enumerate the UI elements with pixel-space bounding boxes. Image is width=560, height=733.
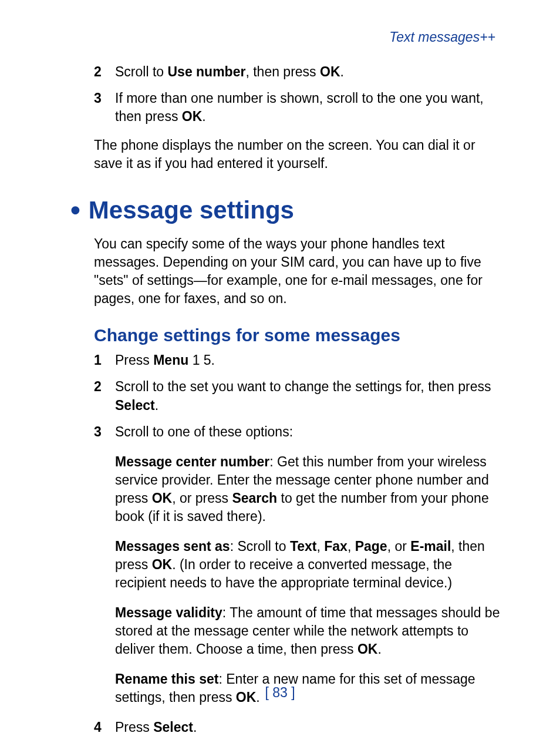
bold-run: Text: [290, 539, 317, 554]
bold-run: Page: [355, 539, 387, 554]
bold-run: OK: [357, 641, 378, 657]
text-run: , or press: [172, 490, 232, 506]
text-run: , or: [387, 539, 411, 554]
text-run: , then press: [245, 64, 320, 79]
step-text: Press Menu 1 5.: [115, 351, 501, 369]
bold-run: E-mail: [410, 539, 451, 554]
step-number: 3: [94, 89, 115, 126]
section-heading-row: • Message settings: [70, 196, 501, 224]
text-run: ,: [316, 539, 324, 554]
page: Text messages++ 2 Scroll to Use number, …: [0, 0, 560, 733]
text-run: ,: [348, 539, 355, 554]
text-run: Press: [115, 352, 153, 368]
bold-run: Menu: [153, 352, 188, 368]
bold-run: OK: [320, 64, 340, 79]
text-run: 1 5.: [188, 352, 215, 368]
bold-run: OK: [152, 490, 173, 506]
text-run: .: [202, 109, 205, 124]
step-text: If more than one number is shown, scroll…: [115, 89, 501, 126]
text-run: .: [377, 641, 381, 657]
bullet-icon: •: [70, 196, 80, 224]
bold-run: Use number: [167, 64, 245, 79]
text-run: Scroll to one of these options:: [115, 424, 293, 439]
subsection-heading: Change settings for some messages: [94, 325, 501, 345]
bold-run: Select: [115, 398, 155, 413]
text-run: Press: [115, 719, 153, 733]
option-label: Message validity: [115, 605, 222, 620]
step-text: Scroll to one of these options:: [115, 423, 501, 441]
step-text: Scroll to Use number, then press OK.: [115, 63, 501, 81]
text-run: .: [340, 64, 344, 79]
paragraph: The phone displays the number on the scr…: [94, 136, 501, 173]
bold-run: Select: [153, 719, 193, 733]
bold-run: Search: [232, 490, 277, 506]
step-text: Scroll to the set you want to change the…: [115, 378, 501, 414]
text-run: Scroll to the set you want to change the…: [115, 379, 491, 394]
text-run: : Scroll to: [230, 539, 290, 554]
step-item: 1 Press Menu 1 5.: [94, 351, 501, 369]
step-item: 3 Scroll to one of these options:: [94, 423, 501, 441]
step-item: 3 If more than one number is shown, scro…: [94, 89, 501, 126]
option-label: Message center number: [115, 454, 269, 469]
option-block: Message center number: Get this number f…: [115, 453, 501, 526]
step-number: 1: [94, 351, 115, 369]
step-item: 2 Scroll to Use number, then press OK.: [94, 63, 501, 81]
bold-run: OK: [152, 557, 173, 572]
option-label: Messages sent as: [115, 539, 230, 554]
bold-run: OK: [182, 109, 203, 124]
option-block: Message validity: The amount of time tha…: [115, 604, 501, 658]
step-number: 2: [94, 63, 115, 81]
step-item: 2 Scroll to the set you want to change t…: [94, 378, 501, 414]
step-number: 2: [94, 378, 115, 414]
bold-run: Fax: [324, 539, 348, 554]
text-run: Scroll to: [115, 64, 167, 79]
step-item: 4 Press Select.: [94, 718, 501, 733]
text-run: .: [155, 398, 158, 413]
running-header: Text messages++: [70, 29, 501, 45]
paragraph: You can specify some of the ways your ph…: [94, 235, 501, 308]
step-number: 3: [94, 423, 115, 441]
section-heading: Message settings: [89, 197, 294, 224]
step-number: 4: [94, 718, 115, 733]
page-number: [ 83 ]: [0, 685, 560, 701]
step-text: Press Select.: [115, 718, 501, 733]
text-run: .: [193, 719, 197, 733]
option-block: Messages sent as: Scroll to Text, Fax, P…: [115, 537, 501, 592]
text-run: If more than one number is shown, scroll…: [115, 90, 484, 124]
